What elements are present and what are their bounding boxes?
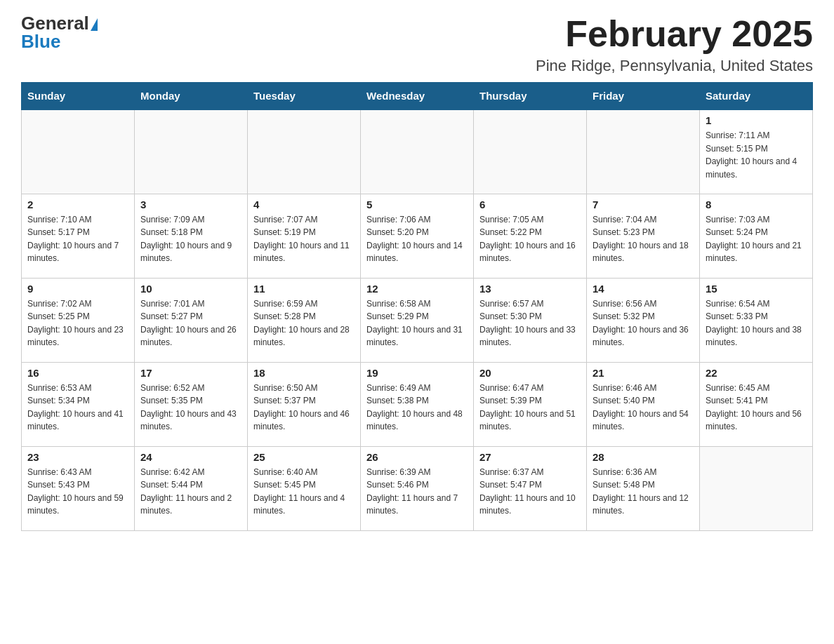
day-info: Sunrise: 7:06 AMSunset: 5:20 PMDaylight:… (366, 213, 468, 265)
day-of-week-header: Wednesday (361, 83, 474, 110)
location-title: Pine Ridge, Pennsylvania, United States (536, 57, 813, 75)
calendar-week-row: 16Sunrise: 6:53 AMSunset: 5:34 PMDayligh… (22, 362, 813, 446)
day-info: Sunrise: 7:07 AMSunset: 5:19 PMDaylight:… (253, 213, 355, 265)
day-info: Sunrise: 6:59 AMSunset: 5:28 PMDaylight:… (253, 297, 355, 349)
logo: General Blue (21, 14, 98, 51)
day-number: 17 (140, 367, 241, 379)
day-of-week-header: Tuesday (248, 83, 361, 110)
day-number: 8 (706, 199, 807, 210)
day-number: 4 (253, 199, 355, 210)
calendar-day-cell: 4Sunrise: 7:07 AMSunset: 5:19 PMDaylight… (248, 194, 361, 278)
day-info: Sunrise: 6:45 AMSunset: 5:41 PMDaylight:… (706, 382, 807, 434)
day-info: Sunrise: 6:50 AMSunset: 5:37 PMDaylight:… (253, 382, 355, 434)
day-number: 21 (593, 367, 694, 379)
calendar-day-cell: 28Sunrise: 6:36 AMSunset: 5:48 PMDayligh… (587, 446, 700, 530)
day-info: Sunrise: 7:01 AMSunset: 5:27 PMDaylight:… (140, 297, 241, 349)
day-number: 14 (593, 283, 694, 295)
calendar-day-cell: 22Sunrise: 6:45 AMSunset: 5:41 PMDayligh… (700, 362, 813, 446)
day-info: Sunrise: 6:49 AMSunset: 5:38 PMDaylight:… (366, 382, 468, 434)
calendar-day-cell: 21Sunrise: 6:46 AMSunset: 5:40 PMDayligh… (587, 362, 700, 446)
day-of-week-header: Sunday (22, 83, 135, 110)
day-info: Sunrise: 7:10 AMSunset: 5:17 PMDaylight:… (27, 213, 128, 265)
calendar-day-cell: 10Sunrise: 7:01 AMSunset: 5:27 PMDayligh… (135, 278, 248, 362)
calendar-week-row: 23Sunrise: 6:43 AMSunset: 5:43 PMDayligh… (22, 446, 813, 530)
calendar-week-row: 2Sunrise: 7:10 AMSunset: 5:17 PMDaylight… (22, 194, 813, 278)
calendar-day-cell: 25Sunrise: 6:40 AMSunset: 5:45 PMDayligh… (248, 446, 361, 530)
calendar-day-cell: 9Sunrise: 7:02 AMSunset: 5:25 PMDaylight… (22, 278, 135, 362)
day-number: 1 (706, 114, 807, 126)
calendar-day-cell: 17Sunrise: 6:52 AMSunset: 5:35 PMDayligh… (135, 362, 248, 446)
calendar-header-row: SundayMondayTuesdayWednesdayThursdayFrid… (22, 83, 813, 110)
day-number: 22 (706, 367, 807, 379)
day-number: 19 (366, 367, 468, 379)
day-info: Sunrise: 6:47 AMSunset: 5:39 PMDaylight:… (479, 382, 581, 434)
day-number: 13 (479, 283, 581, 295)
calendar-day-cell: 11Sunrise: 6:59 AMSunset: 5:28 PMDayligh… (248, 278, 361, 362)
day-number: 28 (593, 451, 694, 463)
day-number: 16 (27, 367, 128, 379)
day-of-week-header: Thursday (474, 83, 587, 110)
day-info: Sunrise: 6:36 AMSunset: 5:48 PMDaylight:… (593, 466, 694, 518)
calendar-day-cell (248, 109, 361, 194)
day-of-week-header: Saturday (700, 83, 813, 110)
day-number: 7 (593, 199, 694, 210)
day-info: Sunrise: 6:53 AMSunset: 5:34 PMDaylight:… (27, 382, 128, 434)
day-number: 9 (27, 283, 128, 295)
calendar-day-cell (135, 109, 248, 194)
day-number: 27 (479, 451, 581, 463)
day-number: 24 (140, 451, 241, 463)
day-info: Sunrise: 7:03 AMSunset: 5:24 PMDaylight:… (706, 213, 807, 265)
month-title: February 2025 (536, 14, 813, 54)
day-number: 11 (253, 283, 355, 295)
day-number: 10 (140, 283, 241, 295)
calendar-day-cell: 15Sunrise: 6:54 AMSunset: 5:33 PMDayligh… (700, 278, 813, 362)
calendar-table: SundayMondayTuesdayWednesdayThursdayFrid… (21, 82, 813, 531)
day-info: Sunrise: 7:04 AMSunset: 5:23 PMDaylight:… (593, 213, 694, 265)
calendar-day-cell: 24Sunrise: 6:42 AMSunset: 5:44 PMDayligh… (135, 446, 248, 530)
calendar-day-cell: 3Sunrise: 7:09 AMSunset: 5:18 PMDaylight… (135, 194, 248, 278)
day-info: Sunrise: 6:52 AMSunset: 5:35 PMDaylight:… (140, 382, 241, 434)
calendar-week-row: 9Sunrise: 7:02 AMSunset: 5:25 PMDaylight… (22, 278, 813, 362)
calendar-day-cell: 20Sunrise: 6:47 AMSunset: 5:39 PMDayligh… (474, 362, 587, 446)
day-of-week-header: Monday (135, 83, 248, 110)
day-info: Sunrise: 7:05 AMSunset: 5:22 PMDaylight:… (479, 213, 581, 265)
day-info: Sunrise: 7:02 AMSunset: 5:25 PMDaylight:… (27, 297, 128, 349)
day-info: Sunrise: 6:58 AMSunset: 5:29 PMDaylight:… (366, 297, 468, 349)
page-header: General Blue February 2025 Pine Ridge, P… (21, 14, 813, 75)
calendar-day-cell: 18Sunrise: 6:50 AMSunset: 5:37 PMDayligh… (248, 362, 361, 446)
calendar-day-cell: 23Sunrise: 6:43 AMSunset: 5:43 PMDayligh… (22, 446, 135, 530)
calendar-day-cell: 12Sunrise: 6:58 AMSunset: 5:29 PMDayligh… (361, 278, 474, 362)
logo-general-text: General (21, 14, 98, 32)
calendar-day-cell (474, 109, 587, 194)
day-info: Sunrise: 6:54 AMSunset: 5:33 PMDaylight:… (706, 297, 807, 349)
day-info: Sunrise: 6:42 AMSunset: 5:44 PMDaylight:… (140, 466, 241, 518)
calendar-week-row: 1Sunrise: 7:11 AMSunset: 5:15 PMDaylight… (22, 109, 813, 194)
day-info: Sunrise: 6:56 AMSunset: 5:32 PMDaylight:… (593, 297, 694, 349)
calendar-day-cell: 26Sunrise: 6:39 AMSunset: 5:46 PMDayligh… (361, 446, 474, 530)
day-info: Sunrise: 6:46 AMSunset: 5:40 PMDaylight:… (593, 382, 694, 434)
day-number: 5 (366, 199, 468, 210)
calendar-day-cell: 13Sunrise: 6:57 AMSunset: 5:30 PMDayligh… (474, 278, 587, 362)
day-number: 20 (479, 367, 581, 379)
calendar-day-cell (700, 446, 813, 530)
calendar-day-cell: 27Sunrise: 6:37 AMSunset: 5:47 PMDayligh… (474, 446, 587, 530)
calendar-day-cell: 19Sunrise: 6:49 AMSunset: 5:38 PMDayligh… (361, 362, 474, 446)
calendar-day-cell: 2Sunrise: 7:10 AMSunset: 5:17 PMDaylight… (22, 194, 135, 278)
calendar-day-cell: 5Sunrise: 7:06 AMSunset: 5:20 PMDaylight… (361, 194, 474, 278)
day-number: 6 (479, 199, 581, 210)
day-number: 26 (366, 451, 468, 463)
day-info: Sunrise: 6:43 AMSunset: 5:43 PMDaylight:… (27, 466, 128, 518)
day-info: Sunrise: 7:11 AMSunset: 5:15 PMDaylight:… (706, 129, 807, 181)
day-info: Sunrise: 6:39 AMSunset: 5:46 PMDaylight:… (366, 466, 468, 518)
day-info: Sunrise: 6:57 AMSunset: 5:30 PMDaylight:… (479, 297, 581, 349)
logo-blue-text: Blue (21, 32, 60, 51)
calendar-day-cell (587, 109, 700, 194)
logo-triangle-icon (91, 18, 98, 31)
day-number: 25 (253, 451, 355, 463)
calendar-day-cell (22, 109, 135, 194)
calendar-day-cell (361, 109, 474, 194)
calendar-day-cell: 8Sunrise: 7:03 AMSunset: 5:24 PMDaylight… (700, 194, 813, 278)
day-of-week-header: Friday (587, 83, 700, 110)
day-number: 15 (706, 283, 807, 295)
day-number: 3 (140, 199, 241, 210)
